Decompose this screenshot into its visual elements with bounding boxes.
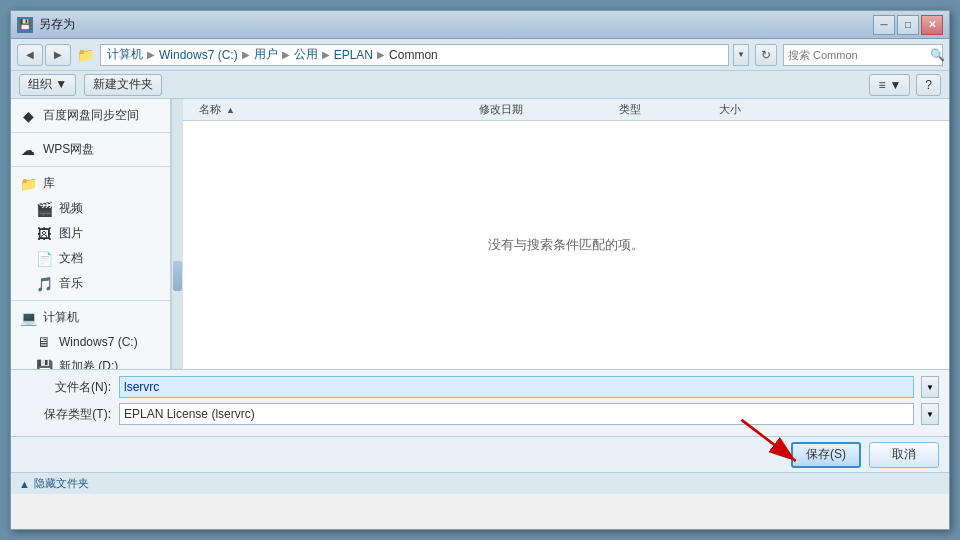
sidebar-item-label: 音乐 — [59, 275, 83, 292]
sidebar-item-music[interactable]: 🎵 音乐 — [11, 271, 170, 296]
filename-label: 文件名(N): — [21, 379, 111, 396]
wps-icon: ☁ — [19, 142, 37, 158]
sidebar-item-label: 计算机 — [43, 309, 79, 326]
address-sep-2: ▶ — [242, 49, 250, 60]
title-bar: 💾 另存为 ─ □ ✕ — [11, 11, 949, 39]
hide-folders-icon: ▲ — [19, 478, 30, 490]
sidebar: ◆ 百度网盘同步空间 ☁ WPS网盘 📁 库 🎬 视频 🖼 图片 — [11, 99, 171, 369]
sidebar-item-label: 百度网盘同步空间 — [43, 107, 139, 124]
sidebar-item-label: 图片 — [59, 225, 83, 242]
back-button[interactable]: ◀ — [17, 44, 43, 66]
sidebar-divider-3 — [11, 300, 170, 301]
images-icon: 🖼 — [35, 226, 53, 242]
sidebar-item-label: WPS网盘 — [43, 141, 94, 158]
filetype-value: EPLAN License (lservrc) — [124, 407, 255, 421]
address-crumb-computer[interactable]: 计算机 — [107, 46, 143, 63]
new-folder-button[interactable]: 新建文件夹 — [84, 74, 162, 96]
save-dialog: 💾 另存为 ─ □ ✕ ◀ ▶ 📁 计算机 ▶ Windows7 (C:) ▶ … — [10, 10, 950, 530]
view-icon: ≡ — [878, 78, 885, 92]
column-type-label: 类型 — [619, 103, 641, 115]
title-controls: ─ □ ✕ — [873, 15, 943, 35]
sort-arrow-icon: ▲ — [226, 105, 235, 115]
column-header-name[interactable]: 名称 ▲ — [191, 102, 471, 117]
toolbar2-right: ≡ ▼ ? — [869, 74, 941, 96]
address-bar[interactable]: 计算机 ▶ Windows7 (C:) ▶ 用户 ▶ 公用 ▶ EPLAN ▶ … — [100, 44, 729, 66]
address-crumb-public[interactable]: 公用 — [294, 46, 318, 63]
video-icon: 🎬 — [35, 201, 53, 217]
baidu-icon: ◆ — [19, 108, 37, 124]
sidebar-item-drive-d[interactable]: 💾 新加卷 (D:) — [11, 354, 170, 369]
sidebar-item-wps[interactable]: ☁ WPS网盘 — [11, 137, 170, 162]
search-input[interactable] — [788, 49, 926, 61]
sidebar-item-documents[interactable]: 📄 文档 — [11, 246, 170, 271]
library-icon: 📁 — [19, 176, 37, 192]
sidebar-item-label: 新加卷 (D:) — [59, 358, 118, 369]
maximize-button[interactable]: □ — [897, 15, 919, 35]
file-list: 名称 ▲ 修改日期 类型 大小 没有与搜索条件匹配的项。 — [183, 99, 949, 369]
address-current: Common — [389, 48, 438, 62]
minimize-button[interactable]: ─ — [873, 15, 895, 35]
hide-folders-button[interactable]: ▲ 隐藏文件夹 — [19, 476, 89, 491]
save-button[interactable]: 保存(S) — [791, 442, 861, 468]
column-header-date[interactable]: 修改日期 — [471, 102, 611, 117]
footer: ▲ 隐藏文件夹 — [11, 472, 949, 494]
documents-icon: 📄 — [35, 251, 53, 267]
empty-message: 没有与搜索条件匹配的项。 — [488, 236, 644, 254]
view-button[interactable]: ≡ ▼ — [869, 74, 910, 96]
folder-icon: 📁 — [77, 47, 94, 63]
sidebar-divider-2 — [11, 166, 170, 167]
sidebar-item-label: 库 — [43, 175, 55, 192]
music-icon: 🎵 — [35, 276, 53, 292]
filetype-label: 保存类型(T): — [21, 406, 111, 423]
sidebar-item-video[interactable]: 🎬 视频 — [11, 196, 170, 221]
filename-input[interactable] — [119, 376, 914, 398]
filetype-dropdown-button[interactable]: ▼ — [921, 403, 939, 425]
sidebar-item-baidu[interactable]: ◆ 百度网盘同步空间 — [11, 103, 170, 128]
sidebar-item-label: Windows7 (C:) — [59, 335, 138, 349]
filename-row: 文件名(N): ▼ — [21, 376, 939, 398]
column-header-size[interactable]: 大小 — [711, 102, 791, 117]
column-date-label: 修改日期 — [479, 103, 523, 115]
refresh-button[interactable]: ↻ — [755, 44, 777, 66]
view-dropdown-arrow: ▼ — [889, 78, 901, 92]
sidebar-item-library[interactable]: 📁 库 — [11, 171, 170, 196]
bottom-section: 文件名(N): ▼ 保存类型(T): EPLAN License (lservr… — [11, 369, 949, 436]
sidebar-item-images[interactable]: 🖼 图片 — [11, 221, 170, 246]
title-bar-left: 💾 另存为 — [17, 16, 75, 33]
address-sep-3: ▶ — [282, 49, 290, 60]
sidebar-item-label: 视频 — [59, 200, 83, 217]
close-button[interactable]: ✕ — [921, 15, 943, 35]
sidebar-scrollbar[interactable] — [171, 99, 183, 369]
search-box: 🔍 — [783, 44, 943, 66]
drive-d-icon: 💾 — [35, 359, 53, 370]
file-list-header: 名称 ▲ 修改日期 类型 大小 — [183, 99, 949, 121]
filetype-display: EPLAN License (lservrc) — [119, 403, 914, 425]
address-sep-1: ▶ — [147, 49, 155, 60]
filename-dropdown-button[interactable]: ▼ — [921, 376, 939, 398]
address-bar-container: 计算机 ▶ Windows7 (C:) ▶ 用户 ▶ 公用 ▶ EPLAN ▶ … — [100, 44, 749, 66]
forward-button[interactable]: ▶ — [45, 44, 71, 66]
address-crumb-windows7[interactable]: Windows7 (C:) — [159, 48, 238, 62]
scrollbar-thumb[interactable] — [173, 261, 182, 291]
address-crumb-eplan[interactable]: EPLAN — [334, 48, 373, 62]
sidebar-divider-1 — [11, 132, 170, 133]
secondary-toolbar: 组织 ▼ 新建文件夹 ≡ ▼ ? — [11, 71, 949, 99]
organize-button[interactable]: 组织 ▼ — [19, 74, 76, 96]
nav-buttons: ◀ ▶ — [17, 44, 71, 66]
address-crumb-users[interactable]: 用户 — [254, 46, 278, 63]
dialog-title: 另存为 — [39, 16, 75, 33]
sidebar-item-computer[interactable]: 💻 计算机 — [11, 305, 170, 330]
cancel-button[interactable]: 取消 — [869, 442, 939, 468]
dialog-icon: 💾 — [17, 17, 33, 33]
address-dropdown-button[interactable]: ▼ — [733, 44, 749, 66]
sidebar-item-windows7[interactable]: 🖥 Windows7 (C:) — [11, 330, 170, 354]
computer-icon: 💻 — [19, 310, 37, 326]
column-size-label: 大小 — [719, 103, 741, 115]
address-sep-5: ▶ — [377, 49, 385, 60]
action-row: 保存(S) 取消 — [11, 436, 949, 472]
hide-folders-label: 隐藏文件夹 — [34, 476, 89, 491]
main-area: ◆ 百度网盘同步空间 ☁ WPS网盘 📁 库 🎬 视频 🖼 图片 — [11, 99, 949, 369]
filetype-row: 保存类型(T): EPLAN License (lservrc) ▼ — [21, 403, 939, 425]
column-header-type[interactable]: 类型 — [611, 102, 711, 117]
help-button[interactable]: ? — [916, 74, 941, 96]
